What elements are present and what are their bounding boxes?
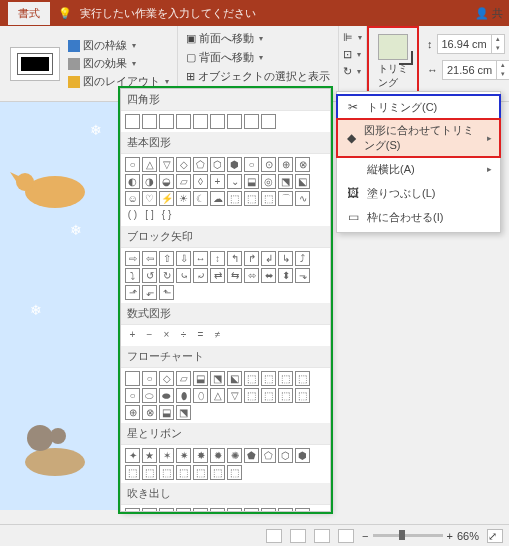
shape-item[interactable]: ☁ xyxy=(210,191,225,206)
bring-forward-button[interactable]: ▣前面へ移動▾ xyxy=(184,30,332,47)
shape-item[interactable]: ⬔ xyxy=(210,371,225,386)
fit-to-window-button[interactable]: ⤢ xyxy=(487,529,503,543)
zoom-out-icon[interactable]: − xyxy=(362,530,368,542)
shape-item[interactable]: ⬎ xyxy=(295,268,310,283)
shape-item[interactable]: ◇ xyxy=(176,157,191,172)
shape-item[interactable]: ⬚ xyxy=(142,465,157,480)
shape-item[interactable]: ⬚ xyxy=(159,508,174,512)
share-button[interactable]: 👤 共 xyxy=(475,6,503,21)
shape-item[interactable]: × xyxy=(159,328,174,343)
shape-item[interactable] xyxy=(227,114,242,129)
shape-item[interactable]: ▽ xyxy=(227,388,242,403)
picture-effects-button[interactable]: 図の効果▾ xyxy=(66,55,171,72)
shape-item[interactable]: ♡ xyxy=(142,191,157,206)
shape-item[interactable]: ⬓ xyxy=(244,174,259,189)
shape-item[interactable] xyxy=(125,371,140,386)
spin-up-icon[interactable]: ▴ xyxy=(497,61,509,70)
shape-item[interactable]: ☺ xyxy=(125,191,140,206)
shape-item[interactable]: ⬚ xyxy=(159,465,174,480)
shape-item[interactable]: ⬚ xyxy=(244,191,259,206)
spin-down-icon[interactable]: ▾ xyxy=(497,70,509,79)
shape-item[interactable]: ↻ xyxy=(159,268,174,283)
shape-item[interactable]: ▱ xyxy=(176,371,191,386)
shape-item[interactable]: ≠ xyxy=(210,328,225,343)
shape-item[interactable]: ✺ xyxy=(227,448,242,463)
zoom-in-icon[interactable]: + xyxy=(447,530,453,542)
shape-item[interactable]: △ xyxy=(210,388,225,403)
group-button[interactable]: ⊡▾ xyxy=(341,47,364,62)
shape-item[interactable]: ⬮ xyxy=(176,388,191,403)
shape-item[interactable] xyxy=(244,114,259,129)
shape-item[interactable]: ⚡ xyxy=(159,191,174,206)
shape-item[interactable] xyxy=(159,114,174,129)
shape-item[interactable]: ⇆ xyxy=(227,268,242,283)
shape-item[interactable]: ⬚ xyxy=(244,371,259,386)
shape-item[interactable]: ⊗ xyxy=(142,405,157,420)
shape-item[interactable] xyxy=(210,114,225,129)
shape-item[interactable]: ⊙ xyxy=(261,157,276,172)
shape-item[interactable]: ✶ xyxy=(159,448,174,463)
shape-item[interactable]: ⊕ xyxy=(125,405,140,420)
shape-item[interactable]: ⬟ xyxy=(244,448,259,463)
shape-item[interactable]: ⬚ xyxy=(227,508,242,512)
shape-item[interactable]: ⬚ xyxy=(278,508,293,512)
shape-item[interactable]: ⬡ xyxy=(210,157,225,172)
shape-item[interactable]: ⌒ xyxy=(278,191,293,206)
shape-item[interactable]: ⬢ xyxy=(227,157,242,172)
shape-item[interactable]: ⬚ xyxy=(295,508,310,512)
shape-item[interactable]: ÷ xyxy=(176,328,191,343)
height-input[interactable]: 16.94 cm▴▾ xyxy=(437,34,505,54)
shape-item[interactable]: ↕ xyxy=(210,251,225,266)
shape-item[interactable]: ⇨ xyxy=(125,251,140,266)
shape-item[interactable]: ○ xyxy=(244,157,259,172)
shape-item[interactable]: ⬠ xyxy=(193,157,208,172)
shape-item[interactable]: ⬚ xyxy=(227,191,242,206)
shape-item[interactable]: ⬭ xyxy=(142,388,157,403)
shape-item[interactable]: ⬚ xyxy=(176,465,191,480)
shape-item[interactable]: ↰ xyxy=(227,251,242,266)
shape-item[interactable]: ⤿ xyxy=(176,268,191,283)
picture-border-button[interactable]: 図の枠線▾ xyxy=(66,37,171,54)
shape-item[interactable]: ↺ xyxy=(142,268,157,283)
shape-item[interactable] xyxy=(125,114,140,129)
shape-item[interactable]: ⬡ xyxy=(278,448,293,463)
shape-item[interactable]: = xyxy=(193,328,208,343)
shape-item[interactable]: ▱ xyxy=(176,174,191,189)
shape-item[interactable]: ⬚ xyxy=(278,371,293,386)
shape-item[interactable]: ◎ xyxy=(261,174,276,189)
view-normal-button[interactable] xyxy=(266,529,282,543)
shape-item[interactable]: ◐ xyxy=(125,174,140,189)
view-reading-button[interactable] xyxy=(314,529,330,543)
spin-up-icon[interactable]: ▴ xyxy=(492,35,504,44)
shape-item[interactable]: ⇧ xyxy=(159,251,174,266)
selection-pane-button[interactable]: ⊞オブジェクトの選択と表示 xyxy=(184,68,332,85)
shape-item[interactable]: ⬢ xyxy=(295,448,310,463)
shape-item[interactable]: ⬚ xyxy=(261,371,276,386)
shape-item[interactable]: ◊ xyxy=(193,174,208,189)
shape-item[interactable]: ⬐ xyxy=(142,285,157,300)
shape-item[interactable]: ⤾ xyxy=(193,268,208,283)
shape-item[interactable]: ⤴ xyxy=(295,251,310,266)
shape-item[interactable] xyxy=(176,114,191,129)
shape-item[interactable]: ⬍ xyxy=(278,268,293,283)
shape-item[interactable]: △ xyxy=(142,157,157,172)
shape-item[interactable]: ⬚ xyxy=(244,508,259,512)
shape-item[interactable] xyxy=(261,114,276,129)
picture-style-thumb[interactable] xyxy=(10,47,60,81)
shape-item[interactable]: ★ xyxy=(142,448,157,463)
shape-item[interactable]: + xyxy=(125,328,140,343)
menu-crop[interactable]: ✂トリミング(C) xyxy=(337,95,500,119)
shape-item[interactable]: ✹ xyxy=(210,448,225,463)
shape-item[interactable]: ⬔ xyxy=(176,405,191,420)
shape-item[interactable]: ⌄ xyxy=(227,174,242,189)
menu-fit[interactable]: ▭枠に合わせる(I) xyxy=(337,205,500,229)
shape-item[interactable]: ⬚ xyxy=(261,508,276,512)
menu-aspect-ratio[interactable]: 縦横比(A)▸ xyxy=(337,157,500,181)
shape-item[interactable]: ⊕ xyxy=(278,157,293,172)
view-sorter-button[interactable] xyxy=(290,529,306,543)
shape-item[interactable]: ↳ xyxy=(278,251,293,266)
width-input[interactable]: 21.56 cm▴▾ xyxy=(442,60,509,80)
shape-item[interactable]: ∿ xyxy=(295,191,310,206)
shape-item[interactable]: ☾ xyxy=(193,191,208,206)
shape-item[interactable]: [ ] xyxy=(142,208,157,223)
